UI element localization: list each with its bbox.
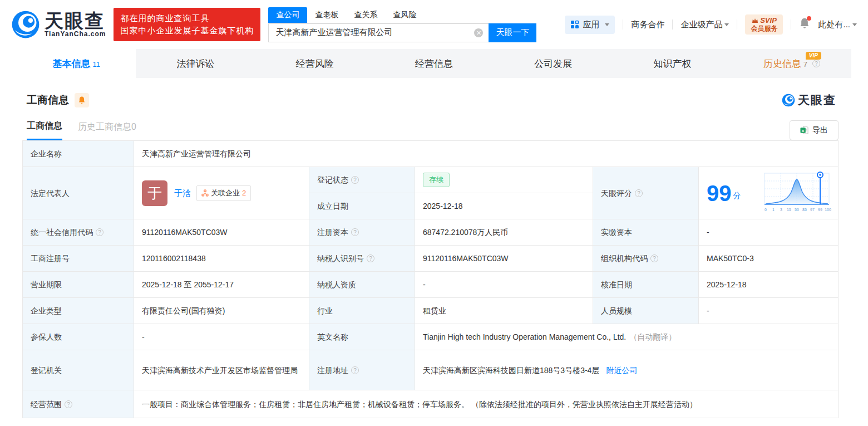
legal-rep-label: 法定代表人 (23, 167, 134, 219)
user-menu[interactable]: 此处有... (818, 19, 857, 30)
industry-label: 行业 (309, 298, 415, 324)
company-name-label: 企业名称 (23, 141, 134, 167)
notifications-button[interactable] (799, 17, 810, 32)
svg-text:50: 50 (795, 208, 799, 212)
score-distribution-chart[interactable]: 0 1 3 15 50 85 97 99 100 (760, 170, 834, 217)
score-unit: 分 (733, 190, 741, 204)
crown-icon (752, 18, 758, 23)
svg-text:15: 15 (787, 208, 791, 212)
search-tab-risk[interactable]: 查风险 (385, 7, 424, 23)
search-block: 查公司 查老板 查关系 查风险 ✕ 天眼一下 (268, 7, 536, 42)
english-name-label: 英文名称 (309, 324, 415, 350)
insured-count-value: - (134, 324, 309, 350)
credit-code-value: 91120116MAK50TC03W (134, 219, 309, 246)
svg-text:1: 1 (772, 208, 775, 212)
org-relation-icon (201, 189, 209, 197)
company-nav-tabs: 基本信息11 法律诉讼 经营风险 经营信息 公司发展 知识产权 VIP 历史信息… (17, 49, 851, 78)
company-type-value: 有限责任公司(国有独资) (134, 298, 309, 324)
tab-basic-info[interactable]: 基本信息11 (17, 49, 136, 78)
approval-date-label: 核准日期 (593, 272, 699, 298)
reg-number-value: 120116002118438 (134, 246, 309, 272)
clear-search-icon[interactable]: ✕ (474, 28, 483, 37)
help-icon[interactable]: ? (351, 176, 359, 184)
bell-icon (78, 96, 86, 105)
subtab-business-info[interactable]: 工商信息 (27, 120, 62, 140)
reg-number-label: 工商注册号 (23, 246, 134, 272)
est-date-value: 2025-12-18 (415, 193, 593, 219)
business-coop-link[interactable]: 商务合作 (631, 19, 664, 30)
enterprise-products-link[interactable]: 企业级产品 (680, 19, 729, 30)
search-tab-boss[interactable]: 查老板 (307, 7, 346, 23)
score-value: 99 (707, 182, 732, 204)
help-icon[interactable]: ? (635, 189, 643, 197)
top-header: 天眼查 TianYanCha.com 都在用的商业查询工具 国家中小企业发展子基… (0, 0, 868, 49)
grid-apps-icon (570, 20, 579, 29)
help-icon[interactable]: ? (351, 366, 359, 374)
vip-badge: VIP (806, 52, 821, 60)
credit-code-label: 统一社会信用代码? (23, 219, 134, 246)
tab-operation-info[interactable]: 经营信息 (374, 49, 494, 78)
org-code-value: MAK50TC0-3 (699, 246, 839, 272)
svg-text:0: 0 (765, 208, 767, 212)
paid-capital-label: 实缴资本 (593, 219, 699, 246)
tab-legal-litigation[interactable]: 法律诉讼 (136, 49, 255, 78)
search-button[interactable]: 天眼一下 (489, 23, 536, 42)
notification-dot (807, 16, 811, 21)
reg-address-value: 天津滨海高新区滨海科技园日新道188号3号楼3-4层 附近公司 (415, 350, 839, 390)
reg-capital-value: 687472.210078万人民币 (415, 219, 593, 246)
help-icon[interactable]: ? (367, 254, 374, 262)
divider (623, 19, 623, 30)
business-scope-value: 一般项目：商业综合体管理服务；住房租赁；非居住房地产租赁；机械设备租赁；停车场服… (134, 390, 839, 418)
help-icon[interactable]: ? (351, 228, 359, 236)
help-icon[interactable]: ? (96, 228, 103, 236)
help-icon[interactable]: ? (650, 254, 658, 262)
tianyancha-logo-icon (782, 94, 795, 107)
help-icon[interactable]: ? (812, 60, 820, 67)
monitor-bell-button[interactable] (75, 93, 89, 107)
logo-brand-text: 天眼查 (45, 11, 106, 30)
search-tab-relation[interactable]: 查关系 (346, 7, 385, 23)
staff-size-label: 人员规模 (593, 298, 699, 324)
divider (791, 19, 791, 30)
tab-company-development[interactable]: 公司发展 (494, 49, 613, 78)
staff-size-value: - (699, 298, 839, 324)
nearby-companies-link[interactable]: 附近公司 (606, 365, 637, 376)
legal-rep-avatar[interactable]: 于 (142, 180, 167, 206)
promo-banner: 都在用的商业查询工具 国家中小企业发展子基金旗下机构 (114, 8, 260, 41)
divider (737, 19, 737, 30)
tab-history-info[interactable]: VIP 历史信息7 ? (732, 49, 851, 78)
reg-address-label: 注册地址? (309, 350, 415, 390)
help-icon[interactable]: ? (65, 400, 72, 408)
svg-text:3: 3 (780, 208, 782, 212)
logo-domain-text: TianYanCha.com (45, 30, 106, 38)
company-type-label: 企业类型 (23, 298, 134, 324)
related-companies-badge[interactable]: 关联企业 2 (196, 185, 251, 201)
apps-menu-button[interactable]: 应用 (565, 16, 615, 34)
promo-line1: 都在用的商业查询工具 (120, 12, 254, 25)
search-tabs: 查公司 查老板 查关系 查风险 (268, 7, 536, 23)
reg-authority-value: 天津滨海高新技术产业开发区市场监督管理局 (134, 350, 309, 390)
svip-member-button[interactable]: SVIP 会员服务 (745, 14, 783, 35)
auto-translate-note: （自动翻译） (629, 331, 676, 342)
divider (672, 19, 673, 30)
search-input[interactable] (269, 28, 489, 37)
tianyancha-logo[interactable]: 天眼查 TianYanCha.com (11, 10, 106, 39)
english-name-value: Tianjin High tech Industry Operation Man… (415, 324, 839, 350)
search-tab-company[interactable]: 查公司 (268, 7, 307, 23)
score-cell: 99 分 (699, 167, 839, 219)
business-info-table: 企业名称 天津高新产业运营管理有限公司 法定代表人 于 于浛 关联企业 2 登记… (22, 140, 839, 418)
svip-sublabel: 会员服务 (751, 25, 777, 33)
subtab-history-business-info[interactable]: 历史工商信息0 (78, 121, 136, 140)
tab-intellectual-property[interactable]: 知识产权 (613, 49, 732, 78)
business-term-value: 2025-12-18 至 2055-12-17 (134, 272, 309, 298)
chevron-down-icon (724, 23, 729, 26)
legal-rep-cell: 于 于浛 关联企业 2 (134, 167, 309, 219)
tab-operation-risk[interactable]: 经营风险 (255, 49, 374, 78)
svg-text:100: 100 (825, 208, 831, 212)
legal-rep-name-link[interactable]: 于浛 (174, 188, 191, 199)
taxpayer-id-label: 纳税人识别号? (309, 246, 415, 272)
taxpayer-quality-label: 纳税人资质 (309, 272, 415, 298)
excel-export-icon: x (800, 126, 808, 135)
export-button[interactable]: x 导出 (790, 120, 839, 140)
approval-date-value: 2025-12-18 (699, 272, 839, 298)
